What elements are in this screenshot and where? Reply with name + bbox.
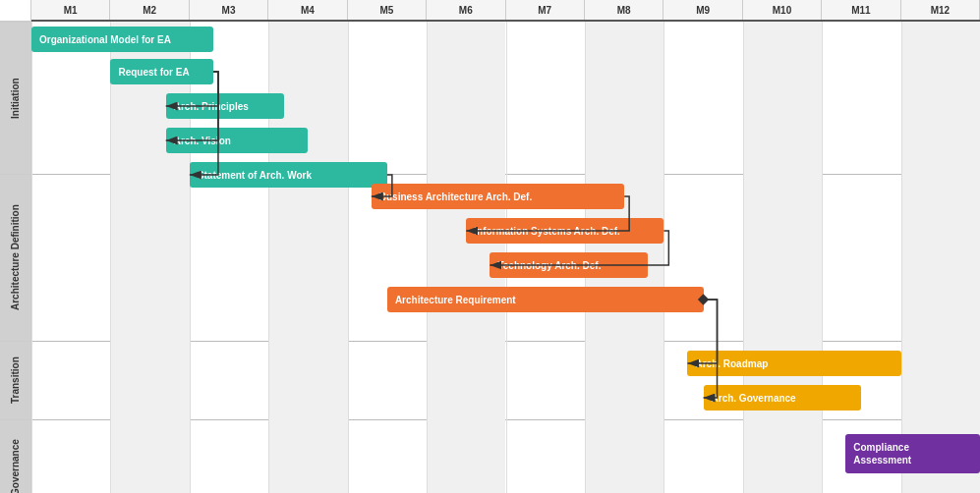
month-cell-m5: M5 <box>348 0 427 20</box>
month-header-row: M1M2M3M4M5M6M7M8M9M10M11M12 <box>31 0 980 22</box>
grid-line-8 <box>663 22 664 493</box>
month-cell-m3: M3 <box>190 0 268 20</box>
month-cell-m2: M2 <box>110 0 189 20</box>
gantt-body: Organizational Model for EARequest for E… <box>31 22 980 493</box>
month-cell-m10: M10 <box>743 0 822 20</box>
col-bg-m4 <box>268 22 347 493</box>
bar-label-tech-arch: Technology Arch. Def. <box>497 260 601 271</box>
month-cell-m8: M8 <box>585 0 663 20</box>
bar-label-arch-roadmap: Arch. Roadmap <box>695 358 768 369</box>
bar-org-model: Organizational Model for EA <box>31 27 213 52</box>
bar-label-arch-vision: Arch. Vision <box>174 136 231 146</box>
bar-tech-arch: Technology Arch. Def. <box>490 252 648 278</box>
grid-line-11 <box>901 22 902 493</box>
bar-label-org-model: Organizational Model for EA <box>39 34 171 45</box>
bar-request-ea: Request for EA <box>110 59 213 84</box>
col-bg-m12 <box>901 22 980 493</box>
bar-arch-requirement: Architecture Requirement <box>387 287 704 312</box>
grid-line-9 <box>743 22 744 493</box>
month-cell-m4: M4 <box>268 0 347 20</box>
grid-line-3 <box>268 22 269 493</box>
bar-statement-arch-work: Statement of Arch. Work <box>190 162 387 188</box>
bar-label-business-arch: Business Architecture Arch. Def. <box>379 192 532 202</box>
bar-info-systems-arch: Information Systems Arch. Def. <box>466 218 663 244</box>
phase-label-governance: Governance <box>0 419 30 493</box>
bar-arch-vision: Arch. Vision <box>166 128 309 153</box>
month-cell-m6: M6 <box>427 0 505 20</box>
bar-label-statement-arch-work: Statement of Arch. Work <box>198 170 312 181</box>
bar-arch-principles: Arch. Principles <box>166 93 285 119</box>
col-bg-m10 <box>743 22 822 493</box>
grid-line-10 <box>822 22 823 493</box>
bar-label-arch-requirement: Architecture Requirement <box>395 295 516 305</box>
grid-line-1 <box>110 22 111 493</box>
header-spacer <box>0 0 30 22</box>
month-cell-m12: M12 <box>901 0 980 20</box>
bar-label-request-ea: Request for EA <box>118 67 189 78</box>
month-cell-m1: M1 <box>31 0 110 20</box>
phase-label-transition: Transition <box>0 341 30 419</box>
bar-label-info-systems-arch: Information Systems Arch. Def. <box>474 226 620 237</box>
grid-line-0 <box>31 22 32 493</box>
phase-label-arch-def: Architecture Definition <box>0 174 30 341</box>
bar-label-arch-governance: Arch. Governance <box>712 393 796 404</box>
col-bg-m2 <box>110 22 189 493</box>
grid-line-2 <box>190 22 191 493</box>
month-cell-m11: M11 <box>822 0 900 20</box>
phase-label-initiation: Initiation <box>0 22 30 174</box>
month-cell-m7: M7 <box>506 0 585 20</box>
bar-arch-governance: Arch. Governance <box>704 385 862 411</box>
phase-labels: Initiation Architecture Definition Trans… <box>0 0 31 493</box>
bar-arch-roadmap: Arch. Roadmap <box>687 351 900 376</box>
bar-label-arch-principles: Arch. Principles <box>174 101 249 112</box>
bar-business-arch: Business Architecture Arch. Def. <box>372 184 624 209</box>
grid-line-4 <box>348 22 349 493</box>
gantt-chart: Initiation Architecture Definition Trans… <box>0 0 980 493</box>
month-cell-m9: M9 <box>663 0 742 20</box>
bar-label-compliance-assessment: Compliance Assessment <box>853 441 911 466</box>
grid-line-5 <box>427 22 428 493</box>
bar-compliance-assessment: Compliance Assessment <box>845 434 980 473</box>
main-chart-area: M1M2M3M4M5M6M7M8M9M10M11M12 Organization… <box>31 0 980 493</box>
